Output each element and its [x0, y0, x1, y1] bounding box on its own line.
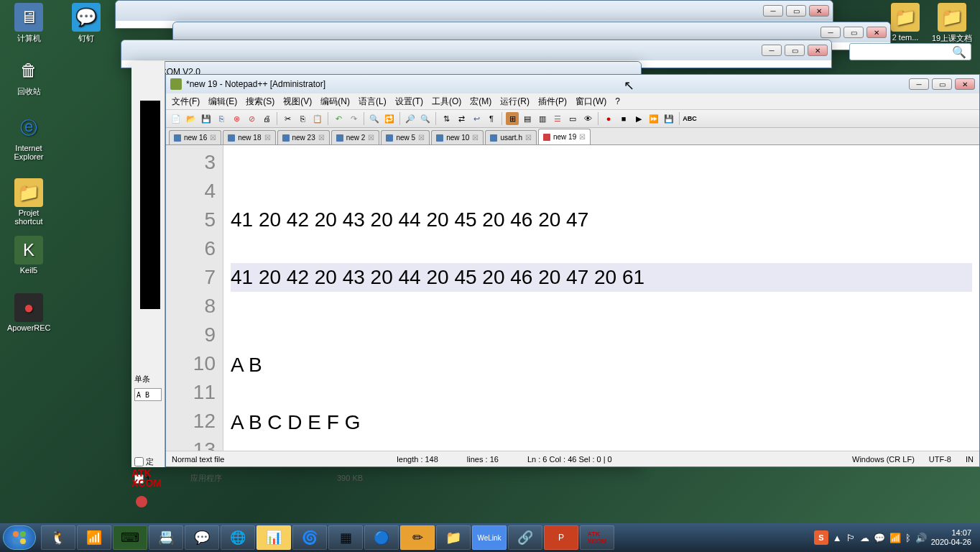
menu-view[interactable]: 视图(V): [283, 96, 312, 108]
taskbar-chrome[interactable]: 🌐: [221, 525, 255, 550]
tray-bluetooth-icon[interactable]: ᛒ: [905, 533, 911, 543]
tab-close-icon[interactable]: ☒: [210, 134, 216, 142]
tab-new23[interactable]: new 23☒: [277, 130, 330, 144]
menu-encoding[interactable]: 编码(N): [320, 96, 350, 108]
open-icon[interactable]: 📂: [185, 112, 198, 125]
savemacro-icon[interactable]: 💾: [662, 112, 675, 125]
tab-close-icon[interactable]: ☒: [525, 134, 532, 142]
taskbar-ppt[interactable]: P: [544, 525, 578, 550]
maximize-button[interactable]: ▭: [785, 45, 805, 56]
menu-language[interactable]: 语言(L): [359, 96, 387, 108]
funclist-icon[interactable]: ☰: [551, 112, 564, 125]
find-icon[interactable]: 🔍: [368, 112, 381, 125]
record-icon[interactable]: ●: [602, 112, 615, 125]
tab-close-icon[interactable]: ☒: [418, 134, 425, 142]
close-button[interactable]: ✕: [866, 27, 887, 38]
menu-macro[interactable]: 宏(M): [470, 96, 491, 108]
minimize-button[interactable]: ─: [763, 5, 783, 17]
playmulti-icon[interactable]: ⏩: [647, 112, 660, 125]
start-button[interactable]: [3, 525, 36, 550]
desktop-icon-apower[interactable]: ●ApowerREC: [7, 293, 50, 332]
sogou-ime-icon[interactable]: S: [814, 530, 828, 545]
text-editor[interactable]: 41 20 42 20 43 20 44 20 45 20 46 20 47 4…: [223, 145, 979, 451]
copy-icon[interactable]: ⎘: [296, 112, 309, 125]
desktop-icon-doc19[interactable]: 📁19上课文档: [930, 3, 974, 44]
desktop-icon-recycle[interactable]: 🗑回收站: [7, 56, 50, 97]
taskbar-explorer[interactable]: 📁: [436, 525, 471, 550]
titlebar[interactable]: *new 19 - Notepad++ [Administrator] ─ ▭ …: [166, 75, 979, 93]
minimize-button[interactable]: ─: [762, 45, 782, 56]
spellcheck-icon[interactable]: ABC: [683, 112, 696, 125]
tab-new5[interactable]: new 5☒: [381, 130, 430, 144]
maximize-button[interactable]: ▭: [843, 27, 864, 38]
tab-close-icon[interactable]: ☒: [368, 134, 374, 142]
taskbar-keil[interactable]: ⌨: [113, 525, 147, 550]
tab-new2[interactable]: new 2☒: [331, 130, 380, 144]
tray-volume-icon[interactable]: 🔊: [915, 533, 927, 543]
taskbar-baidu[interactable]: 🔵: [364, 525, 399, 550]
save-icon[interactable]: 💾: [200, 112, 213, 125]
sync-v-icon[interactable]: ⇅: [440, 112, 453, 125]
send-input[interactable]: [134, 388, 162, 401]
tab-close-icon[interactable]: ☒: [472, 134, 479, 142]
play-icon[interactable]: ▶: [632, 112, 645, 125]
menu-file[interactable]: 文件(F): [172, 96, 200, 108]
paste-icon[interactable]: 📋: [311, 112, 324, 125]
taskbar-wechat[interactable]: 💬: [185, 525, 219, 550]
close-button[interactable]: ✕: [808, 45, 828, 56]
tab-new16[interactable]: new 16☒: [169, 130, 221, 144]
unfold-icon[interactable]: ▥: [536, 112, 549, 125]
menu-tools[interactable]: 工具(O): [432, 96, 461, 108]
sync-h-icon[interactable]: ⇄: [455, 112, 468, 125]
tray-network-icon[interactable]: 📶: [889, 533, 901, 543]
tray-clock[interactable]: 14:07 2020-04-26: [931, 528, 971, 547]
taskbar-pdf[interactable]: 🔗: [508, 525, 542, 550]
taskbar-qq[interactable]: 🐧: [41, 525, 75, 550]
zoomout-icon[interactable]: 🔍: [419, 112, 432, 125]
maximize-button[interactable]: ▭: [932, 78, 952, 90]
tab-close-icon[interactable]: ☒: [318, 134, 325, 142]
wrap-icon[interactable]: ↩: [470, 112, 483, 125]
tab-new19[interactable]: new 19☒: [538, 129, 591, 144]
closeall-icon[interactable]: ⊘: [245, 112, 258, 125]
zoomin-icon[interactable]: 🔎: [404, 112, 417, 125]
maximize-button[interactable]: ▭: [786, 5, 806, 17]
desktop-icon-ie[interactable]: ⓔInternet Explorer: [7, 114, 50, 161]
tray-chat-icon[interactable]: 💬: [874, 533, 885, 543]
minimize-button[interactable]: ─: [909, 78, 929, 90]
print-icon[interactable]: 🖨: [260, 112, 273, 125]
close-button[interactable]: ✕: [955, 78, 975, 90]
taskbar-wifi[interactable]: 📶: [77, 525, 111, 550]
stop-icon[interactable]: ■: [617, 112, 630, 125]
new-icon[interactable]: 📄: [170, 112, 182, 125]
menu-settings[interactable]: 设置(T): [395, 96, 423, 108]
tab-new10[interactable]: new 10☒: [431, 130, 484, 144]
tray-flag-icon[interactable]: 🏳: [846, 533, 856, 543]
indent-icon[interactable]: ⊞: [506, 112, 519, 125]
menu-plugins[interactable]: 插件(P): [538, 96, 567, 108]
taskbar-welink[interactable]: WeLink: [472, 525, 507, 550]
docmap-icon[interactable]: ▭: [566, 112, 579, 125]
menu-help[interactable]: ?: [615, 96, 620, 106]
desktop-icon-keil[interactable]: KKeil5: [7, 236, 50, 275]
close-button[interactable]: ✕: [809, 5, 829, 17]
search-box[interactable]: 🔍: [849, 43, 971, 60]
tray-cloud-icon[interactable]: ☁: [860, 533, 869, 543]
allchars-icon[interactable]: ¶: [485, 112, 498, 125]
menu-search[interactable]: 搜索(S): [246, 96, 274, 108]
menu-window[interactable]: 窗口(W): [575, 96, 606, 108]
redo-icon[interactable]: ↷: [347, 112, 360, 125]
saveall-icon[interactable]: ⎘: [215, 112, 228, 125]
menu-run[interactable]: 运行(R): [500, 96, 530, 108]
tray-up-icon[interactable]: ▲: [833, 533, 842, 543]
tab-new18[interactable]: new 18☒: [223, 130, 275, 144]
timer-checkbox[interactable]: 定: [134, 456, 154, 467]
desktop-icon-projet[interactable]: 📁Projet shortcut: [7, 178, 50, 226]
tab-close-icon[interactable]: ☒: [579, 133, 586, 141]
taskbar-edit[interactable]: ✏: [400, 525, 435, 550]
close-icon[interactable]: ⊗: [230, 112, 243, 125]
taskbar-xcom[interactable]: ATKXCOM: [580, 525, 614, 550]
tab-usart[interactable]: usart.h☒: [485, 130, 537, 144]
minimize-button[interactable]: ─: [820, 27, 841, 38]
taskbar-app2[interactable]: ▦: [328, 525, 363, 550]
